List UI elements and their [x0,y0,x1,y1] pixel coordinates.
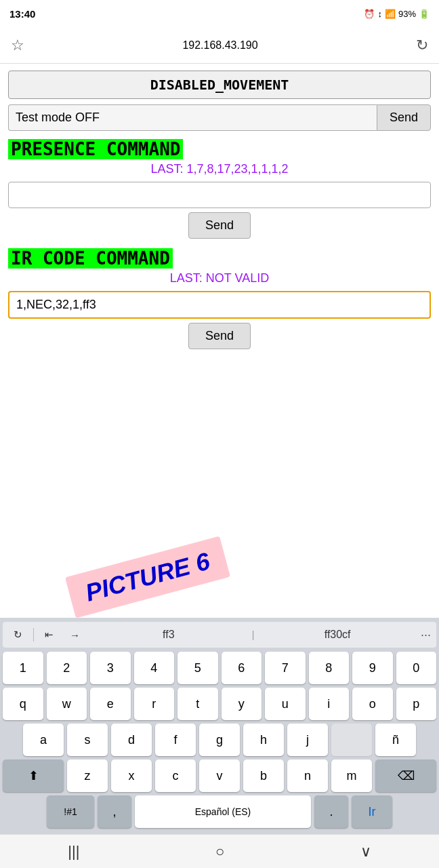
ir-heading: IR CODE COMMAND [8,248,173,269]
bookmark-icon[interactable]: ☆ [11,37,24,54]
key-h[interactable]: h [243,724,284,756]
battery-text: 93% [398,9,416,19]
key-j[interactable]: j [287,724,328,756]
key-x[interactable]: x [111,760,152,792]
key-w[interactable]: w [47,688,87,720]
keyboard-cycle-btn[interactable]: ↻ [8,626,28,644]
data-icon: ↕ [377,9,382,19]
refresh-icon[interactable]: ↻ [416,37,428,54]
nav-bar: ||| ○ ∨ [0,834,439,868]
key-o[interactable]: o [352,688,393,720]
key-period[interactable]: . [314,795,348,828]
key-7[interactable]: 7 [265,652,306,684]
key-i[interactable]: i [309,688,350,720]
keyboard-suggestion-2[interactable]: ff30cf [259,629,415,641]
key-go[interactable]: Ir [352,795,392,828]
key-6[interactable]: 6 [222,652,262,684]
key-9[interactable]: 9 [352,652,393,684]
nav-back-btn[interactable]: ∨ [360,843,371,861]
watermark: PICTURE 6 [65,536,230,618]
key-delete[interactable]: ⌫ [375,760,436,792]
key-shift[interactable]: ⬆ [3,760,64,792]
key-m[interactable]: m [331,760,372,792]
url-bar[interactable]: 192.168.43.190 [24,39,416,52]
status-icons: ⏰ ↕ 📶 93% 🔋 [364,9,430,19]
key-comma[interactable]: , [98,795,131,828]
keyboard-toolbar: ↻ ⇤ → ff3 | ff30cf ··· [3,622,436,648]
key-z[interactable]: z [67,760,108,792]
key-r[interactable]: r [134,688,175,720]
presence-send-button[interactable]: Send [188,212,251,239]
key-c[interactable]: c [155,760,196,792]
ir-input[interactable] [8,291,431,319]
keyboard-prev-btn[interactable]: ⇤ [39,626,59,644]
key-2[interactable]: 2 [47,652,87,684]
presence-section: PRESENCE COMMAND LAST: 1,7,8,17,23,1,1,1… [8,139,431,239]
presence-input[interactable] [8,182,431,208]
key-u[interactable]: u [265,688,306,720]
keyboard-qwerty-row: q w e r t y u i o p [3,688,436,720]
key-s[interactable]: s [67,724,108,756]
presence-last: LAST: 1,7,8,17,23,1,1,1,2 [8,162,431,176]
key-8[interactable]: 8 [309,652,350,684]
test-mode-input[interactable] [8,104,377,131]
key-5[interactable]: 5 [177,652,218,684]
ir-last: LAST: NOT VALID [8,271,431,285]
key-b[interactable]: b [243,760,284,792]
keyboard-more-btn[interactable]: ··· [421,628,431,642]
ir-send-button[interactable]: Send [188,323,251,349]
key-special[interactable]: !#1 [47,795,94,828]
key-y[interactable]: y [222,688,262,720]
key-3[interactable]: 3 [90,652,131,684]
key-k[interactable] [331,724,372,756]
nav-menu-btn[interactable]: ||| [68,843,79,861]
presence-heading: PRESENCE COMMAND [8,139,183,159]
signal-icon: 📶 [385,9,396,19]
keyboard-asdf-row: a s d f g h j ñ [3,724,436,756]
key-4[interactable]: 4 [134,652,175,684]
battery-icon: 🔋 [419,9,430,19]
key-ñ[interactable]: ñ [375,724,416,756]
main-content: DISABLED_MOVEMENT Send PRESENCE COMMAND … [0,64,439,363]
alarm-icon: ⏰ [364,9,375,19]
keyboard-number-row: 1 2 3 4 5 6 7 8 9 0 [3,652,436,684]
status-time: 13:40 [9,8,35,20]
key-n[interactable]: n [287,760,328,792]
key-v[interactable]: v [199,760,240,792]
disabled-movement-button[interactable]: DISABLED_MOVEMENT [8,71,431,99]
keyboard-bottom-row: !#1 , Español (ES) . Ir [3,795,436,828]
keyboard-shift-row: ⬆ z x c v b n m ⌫ [3,760,436,792]
key-q[interactable]: q [3,688,43,720]
key-space[interactable]: Español (ES) [135,795,311,828]
keyboard-suggestion-1[interactable]: ff3 [91,629,247,641]
ir-section: IR CODE COMMAND LAST: NOT VALID Send [8,248,431,349]
keyboard: ↻ ⇤ → ff3 | ff30cf ··· 1 2 3 4 5 6 7 8 9… [0,618,439,834]
test-mode-send-button[interactable]: Send [377,104,431,131]
key-0[interactable]: 0 [396,652,437,684]
key-g[interactable]: g [199,724,240,756]
test-mode-row: Send [8,104,431,131]
keyboard-next-btn[interactable]: → [64,627,85,644]
status-bar: 13:40 ⏰ ↕ 📶 93% 🔋 [0,0,439,27]
nav-home-btn[interactable]: ○ [215,843,224,861]
key-1[interactable]: 1 [3,652,43,684]
key-p[interactable]: p [396,688,437,720]
key-d[interactable]: d [111,724,152,756]
key-f[interactable]: f [155,724,196,756]
key-a[interactable]: a [23,724,64,756]
browser-bar: ☆ 192.168.43.190 ↻ [0,27,439,64]
key-t[interactable]: t [177,688,218,720]
key-e[interactable]: e [90,688,131,720]
